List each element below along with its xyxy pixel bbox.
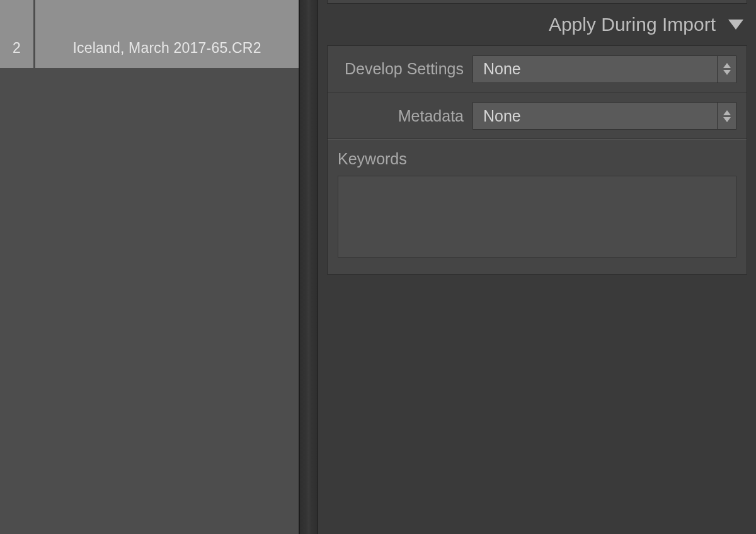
develop-settings-label: Develop Settings — [338, 60, 464, 78]
metadata-row: Metadata None — [328, 93, 747, 139]
dropdown-stepper-icon[interactable] — [717, 56, 736, 82]
panel-splitter[interactable] — [299, 0, 318, 534]
chevron-down-icon — [723, 117, 731, 122]
thumbnail-filename: 2 — [13, 40, 21, 57]
chevron-up-icon — [723, 63, 731, 68]
keywords-row: Keywords — [328, 139, 747, 274]
dropdown-stepper-icon[interactable] — [717, 103, 736, 129]
develop-settings-value: None — [483, 60, 521, 78]
thumbnail-grid[interactable]: 2 Iceland, March 2017-65.CR2 — [0, 0, 299, 534]
chevron-down-icon — [723, 70, 731, 75]
keywords-label: Keywords — [338, 150, 736, 168]
chevron-up-icon — [723, 110, 731, 115]
thumbnail-row: 2 Iceland, March 2017-65.CR2 — [0, 0, 299, 68]
thumbnail-cell[interactable]: 2 — [0, 0, 35, 68]
thumbnail-filename: Iceland, March 2017-65.CR2 — [72, 40, 261, 57]
apply-during-import-header[interactable]: Apply During Import — [318, 4, 756, 45]
thumbnail-cell[interactable]: Iceland, March 2017-65.CR2 — [35, 0, 299, 68]
right-panel-column: Apply During Import Develop Settings Non… — [318, 0, 756, 534]
disclosure-triangle-icon[interactable] — [728, 20, 743, 30]
keywords-input[interactable] — [338, 176, 736, 258]
metadata-value: None — [483, 107, 521, 125]
develop-settings-dropdown[interactable]: None — [472, 55, 736, 83]
develop-settings-row: Develop Settings None — [328, 46, 747, 93]
metadata-label: Metadata — [338, 107, 464, 125]
metadata-dropdown[interactable]: None — [472, 102, 736, 130]
apply-during-import-panel: Develop Settings None Metadata None Keyw… — [327, 45, 747, 275]
panel-title: Apply During Import — [549, 14, 716, 35]
